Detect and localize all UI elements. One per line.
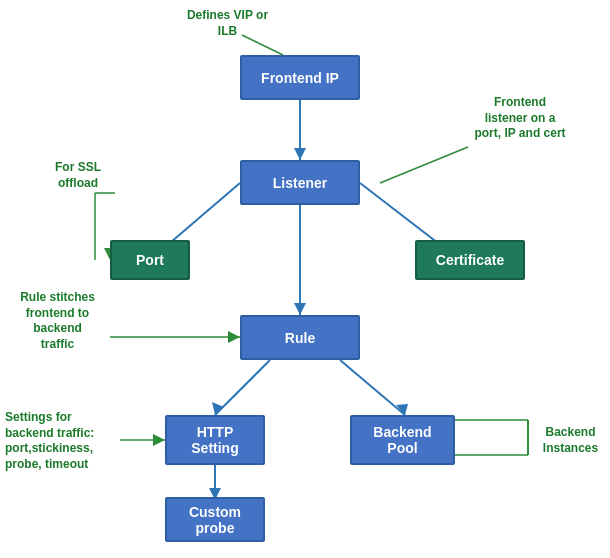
for-ssl-annotation: For SSL offload xyxy=(38,160,118,191)
http-setting-label: HTTP Setting xyxy=(191,424,238,456)
port-box: Port xyxy=(110,240,190,280)
svg-marker-10 xyxy=(228,331,240,343)
backend-instances-annotation: Backend Instances xyxy=(533,425,608,456)
rule-stitches-annotation: Rule stitches frontend to backend traffi… xyxy=(5,290,110,352)
for-ssl-text: For SSL offload xyxy=(55,160,101,190)
svg-marker-26 xyxy=(153,434,165,446)
frontend-ip-label: Frontend IP xyxy=(261,70,339,86)
svg-marker-2 xyxy=(294,148,306,160)
custom-probe-box: Custom probe xyxy=(165,497,265,542)
listener-box: Listener xyxy=(240,160,360,205)
svg-marker-14 xyxy=(396,404,408,415)
certificate-label: Certificate xyxy=(436,252,504,268)
frontend-listener-annotation: Frontend listener on a port, IP and cert xyxy=(455,95,585,142)
defines-vip-text: Defines VIP or ILB xyxy=(187,8,268,38)
backend-instances-text: Backend Instances xyxy=(543,425,598,455)
rule-stitches-text: Rule stitches frontend to backend traffi… xyxy=(20,290,95,351)
backend-pool-label: Backend Pool xyxy=(373,424,431,456)
rule-box: Rule xyxy=(240,315,360,360)
rule-label: Rule xyxy=(285,330,315,346)
settings-annotation: Settings for backend traffic: port,stick… xyxy=(5,410,135,472)
frontend-listener-text: Frontend listener on a port, IP and cert xyxy=(474,95,565,140)
listener-label: Listener xyxy=(273,175,327,191)
svg-marker-8 xyxy=(294,303,306,315)
certificate-box: Certificate xyxy=(415,240,525,280)
diagram-container: Frontend IP Listener Port Certificate Ru… xyxy=(0,0,610,558)
svg-marker-12 xyxy=(212,402,224,415)
frontend-ip-box: Frontend IP xyxy=(240,55,360,100)
svg-line-21 xyxy=(380,147,468,183)
http-setting-box: HTTP Setting xyxy=(165,415,265,465)
svg-line-11 xyxy=(215,360,270,415)
port-label: Port xyxy=(136,252,164,268)
backend-pool-box: Backend Pool xyxy=(350,415,455,465)
defines-vip-annotation: Defines VIP or ILB xyxy=(175,8,280,39)
custom-probe-label: Custom probe xyxy=(189,504,241,536)
settings-text: Settings for backend traffic: port,stick… xyxy=(5,410,94,471)
svg-line-13 xyxy=(340,360,405,415)
